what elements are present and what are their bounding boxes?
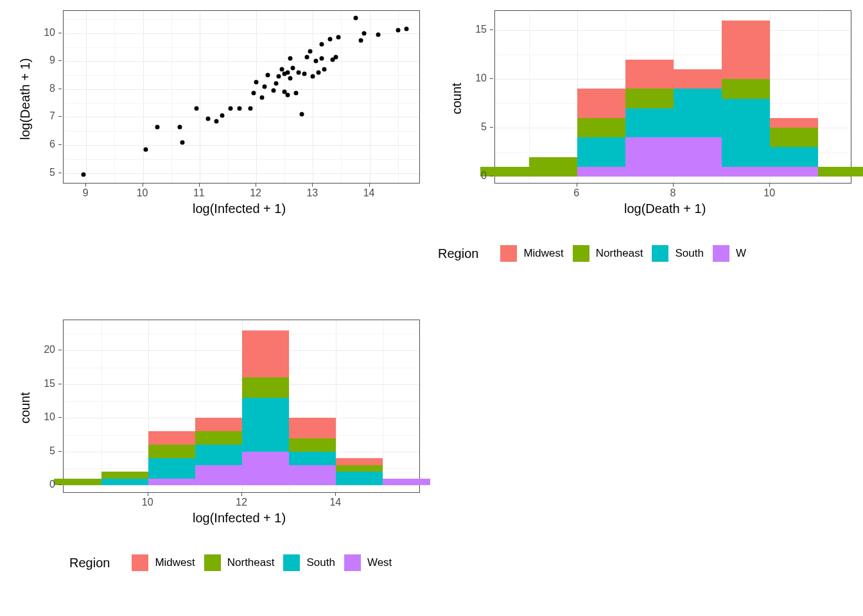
bar-segment bbox=[529, 157, 577, 176]
bar-segment bbox=[148, 479, 195, 486]
tick-label: 0 bbox=[442, 170, 487, 182]
data-point bbox=[214, 119, 219, 124]
legend-title: Region bbox=[69, 556, 110, 570]
swatch-west bbox=[713, 245, 729, 262]
bar-segment bbox=[722, 79, 770, 98]
tick-label: 14 bbox=[363, 187, 375, 199]
data-point bbox=[254, 80, 259, 85]
scatter-y-ticks: 5678910 bbox=[6, 10, 62, 184]
hist-death-plot-area bbox=[494, 10, 851, 184]
tick-label: 10 bbox=[763, 187, 775, 199]
hist-death-y-ticks: 051015 bbox=[438, 10, 493, 184]
data-point bbox=[319, 42, 324, 47]
bar-segment bbox=[336, 458, 383, 465]
tick-label: 13 bbox=[306, 187, 318, 199]
data-point bbox=[322, 67, 326, 72]
bar-segment bbox=[770, 118, 818, 128]
tick-label: 6 bbox=[573, 187, 579, 199]
data-point bbox=[327, 37, 332, 41]
scatter-panel: 91011121314 5678910 log(Infected + 1) lo… bbox=[6, 5, 426, 223]
legend-item-midwest: Midwest bbox=[132, 554, 195, 571]
data-point bbox=[404, 27, 408, 31]
data-point bbox=[336, 35, 341, 40]
data-point bbox=[291, 66, 295, 71]
data-point bbox=[376, 33, 380, 37]
bar-segment bbox=[242, 377, 289, 398]
data-point bbox=[288, 76, 293, 80]
bar-segment bbox=[722, 99, 770, 167]
tick-label: 8 bbox=[670, 187, 676, 199]
data-point bbox=[259, 96, 264, 100]
swatch-midwest bbox=[500, 245, 517, 262]
page-root: 91011121314 5678910 log(Infected + 1) lo… bbox=[0, 0, 863, 616]
legend-item-south: South bbox=[283, 554, 335, 571]
bar-segment bbox=[577, 118, 625, 137]
tick-label: 10 bbox=[10, 27, 55, 38]
data-point bbox=[305, 55, 309, 59]
tick-label: 11 bbox=[193, 187, 205, 199]
bar-segment bbox=[383, 479, 430, 486]
bar-segment bbox=[289, 438, 336, 452]
bar-segment bbox=[770, 167, 818, 176]
bar-segment bbox=[148, 458, 195, 479]
bar-segment bbox=[242, 452, 289, 486]
hist-infected-legend: Region Midwest Northeast South West bbox=[69, 554, 392, 571]
data-point bbox=[271, 89, 275, 93]
data-point bbox=[180, 140, 185, 144]
data-point bbox=[195, 107, 199, 111]
tick-label: 8 bbox=[10, 83, 55, 94]
legend-label-northeast: Northeast bbox=[227, 556, 275, 569]
bar-segment bbox=[101, 472, 148, 479]
bar-segment bbox=[625, 89, 674, 108]
swatch-south bbox=[283, 554, 300, 571]
data-point bbox=[274, 81, 278, 86]
bar-segment bbox=[101, 479, 148, 486]
data-point bbox=[362, 31, 366, 35]
data-point bbox=[263, 84, 267, 89]
scatter-x-ticks: 91011121314 bbox=[63, 184, 420, 203]
bar-segment bbox=[818, 167, 863, 176]
tick-label: 12 bbox=[236, 497, 247, 508]
legend-item-west: W bbox=[713, 245, 746, 262]
bar-segment bbox=[722, 21, 770, 79]
bar-segment bbox=[674, 69, 722, 89]
data-point bbox=[277, 74, 281, 79]
hist-death-x-ticks: 6810 bbox=[494, 184, 851, 203]
data-point bbox=[308, 49, 312, 54]
tick-label: 5 bbox=[442, 121, 487, 133]
swatch-midwest bbox=[132, 554, 148, 571]
tick-label: 10 bbox=[142, 497, 153, 508]
hist-death-xlabel: log(Death + 1) bbox=[624, 201, 706, 216]
bar-segment bbox=[336, 465, 383, 472]
legend-label-west-clipped: W bbox=[736, 247, 746, 260]
legend-item-west: West bbox=[344, 554, 392, 571]
legend-title: Region bbox=[438, 246, 478, 261]
data-point bbox=[237, 107, 241, 111]
data-point bbox=[229, 107, 233, 111]
bar-segment bbox=[289, 418, 336, 438]
legend-label-west: West bbox=[367, 556, 392, 569]
data-point bbox=[143, 147, 148, 151]
tick-label: 9 bbox=[83, 187, 89, 199]
legend-label-south: South bbox=[675, 247, 703, 260]
data-point bbox=[333, 55, 338, 59]
scatter-plot-area bbox=[63, 10, 420, 184]
tick-label: 5 bbox=[10, 167, 55, 178]
swatch-south bbox=[652, 245, 668, 262]
hist-infected-ylabel: count bbox=[18, 392, 33, 424]
data-point bbox=[311, 74, 315, 79]
legend-item-south: South bbox=[652, 245, 703, 262]
swatch-west bbox=[344, 554, 361, 571]
bar-segment bbox=[577, 167, 625, 176]
data-point bbox=[155, 124, 159, 129]
data-point bbox=[297, 70, 301, 74]
scatter-xlabel: log(Infected + 1) bbox=[193, 201, 286, 216]
data-point bbox=[285, 92, 290, 97]
bar-segment bbox=[770, 147, 818, 166]
legend-item-northeast: Northeast bbox=[573, 245, 643, 262]
bar-segment bbox=[625, 108, 674, 138]
data-point bbox=[359, 38, 363, 42]
tick-label: 15 bbox=[10, 378, 55, 389]
bar-segment bbox=[148, 431, 195, 445]
bar-segment bbox=[577, 89, 625, 118]
